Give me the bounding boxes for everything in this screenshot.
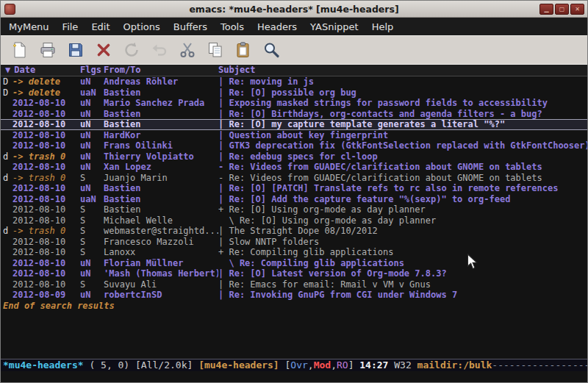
mode-line[interactable]: *mu4e-headers* ( 5, 0) [All/2.0k] [mu4e-… xyxy=(1,359,587,371)
close-button[interactable] xyxy=(90,38,118,62)
message-from: Bastien xyxy=(102,119,218,130)
menu-options[interactable]: Options xyxy=(117,19,167,35)
message-row[interactable]: 2012-08-10SSuvayu Ali| Re: Emacs for ema… xyxy=(1,279,587,290)
message-subject: | Re: [O] my capture template generates … xyxy=(218,119,587,130)
mark-char xyxy=(1,130,11,141)
menu-yasnippet[interactable]: YASnippet xyxy=(304,19,365,35)
message-flags: S xyxy=(79,173,102,184)
message-subject: - Re: Videos from GUADEC/clarification a… xyxy=(218,162,587,173)
minimize-button[interactable]: ▁ xyxy=(539,4,553,15)
copy-button[interactable] xyxy=(201,38,229,62)
modeline-segment: RO xyxy=(337,359,348,371)
message-from: HardKor xyxy=(102,130,218,141)
close-button[interactable]: ✕ xyxy=(570,4,584,15)
message-flags: uN xyxy=(79,130,102,141)
message-flags: uN xyxy=(79,151,102,162)
paste-button[interactable] xyxy=(229,38,257,62)
message-row[interactable]: 2012-08-10uNHardKor| Question about key … xyxy=(1,130,587,141)
message-row[interactable]: 2012-08-10uNBastien| Re: [O] [PATCH] Tra… xyxy=(1,183,587,194)
mark-char: d xyxy=(1,173,11,184)
column-header-from[interactable]: From/To xyxy=(102,65,218,76)
echo-area[interactable] xyxy=(1,371,587,382)
message-subject: | GTK3 deprecation fix (GtkFontSelection… xyxy=(218,140,587,151)
menu-mymenu[interactable]: MyMenu xyxy=(2,19,56,35)
window-title: emacs: *mu4e-headers* [mu4e-headers] xyxy=(1,4,587,15)
message-row[interactable]: 2012-08-10SBastien+ Re: [O] Using org-mo… xyxy=(1,204,587,215)
mark-char: D xyxy=(1,87,11,99)
message-row[interactable]: 2012-08-10SLanoxx+ Re: Compiling glib ap… xyxy=(1,247,587,258)
message-subject: | Re: [O] Add the capture feature "%(sex… xyxy=(218,194,587,205)
message-row[interactable]: 2012-08-10uNFlorian Müllner \ Re: Compil… xyxy=(1,258,587,269)
toolbar xyxy=(1,35,587,65)
message-date: -> trash 0 xyxy=(11,226,79,237)
message-date: 2012-08-10 xyxy=(11,194,79,205)
new-file-button[interactable] xyxy=(6,38,34,62)
message-from: Xan Lopez xyxy=(102,162,218,173)
title-bar: emacs: *mu4e-headers* [mu4e-headers] ▁▢✕ xyxy=(1,1,587,18)
message-row[interactable]: 2012-08-10uNBastien| Re: [O] my capture … xyxy=(1,119,587,130)
message-subject: \ Re: [O] Using org-mode as day planner xyxy=(218,215,587,226)
message-from: Francesco Mazzoli xyxy=(102,237,218,248)
message-row[interactable]: D-> deleteuNAndreas Röhler| Re: moving i… xyxy=(1,76,587,87)
message-row[interactable]: 2012-08-10uNXan Lopez- Re: Videos from G… xyxy=(1,162,587,173)
column-header-date[interactable]: ▼Date xyxy=(1,65,79,76)
message-date: -> trash 0 xyxy=(11,151,79,162)
message-row[interactable]: 2012-08-10SFrancesco Mazzoli| Slow NNTP … xyxy=(1,237,587,248)
cut-button[interactable] xyxy=(173,38,201,62)
menu-tools[interactable]: Tools xyxy=(214,19,251,35)
emacs-window: emacs: *mu4e-headers* [mu4e-headers] ▁▢✕… xyxy=(0,0,588,383)
modeline-segment: ----------------------------------------… xyxy=(492,359,587,371)
mouse-cursor-icon xyxy=(467,254,478,273)
message-date: 2012-08-10 xyxy=(11,237,79,248)
message-flags: uaN xyxy=(79,194,102,205)
message-row[interactable]: 2012-08-10uNBastien| Re: [O] Birthdays, … xyxy=(1,109,587,120)
message-flags: S xyxy=(79,204,102,215)
message-row[interactable]: 2012-08-10uNFrans Oilinki| GTK3 deprecat… xyxy=(1,140,587,151)
save-button[interactable] xyxy=(62,38,90,62)
column-header-subject[interactable]: Subject xyxy=(218,65,587,76)
message-date: 2012-08-10 xyxy=(11,109,79,120)
message-from: Juanjo Marin xyxy=(102,173,218,184)
message-flags: uN xyxy=(79,183,102,194)
message-subject: + Re: [O] Using org-mode as day planner xyxy=(218,204,587,215)
headers-header-line: ▼Date Flgs From/To Subject xyxy=(1,65,587,76)
message-row[interactable]: 2012-08-09uNrobertcInSD| Re: Invoking Gn… xyxy=(1,290,587,301)
undo-button xyxy=(146,38,173,62)
maximize-button[interactable]: ▢ xyxy=(555,4,569,15)
revert-buffer-button xyxy=(118,38,146,62)
menu-help[interactable]: Help xyxy=(365,19,401,35)
modeline-segment: , xyxy=(331,359,337,371)
message-subject: | Slow NNTP folders xyxy=(218,237,587,248)
message-row[interactable]: 2012-08-10uaNBastien| Re: [O] Add the ca… xyxy=(1,194,587,205)
undo-icon xyxy=(151,41,168,59)
message-flags: uN xyxy=(79,140,102,151)
menu-buffers[interactable]: Buffers xyxy=(167,19,214,35)
save-icon xyxy=(67,41,85,59)
print-icon xyxy=(39,41,57,59)
search-button[interactable] xyxy=(257,38,285,62)
message-date: 2012-08-10 xyxy=(11,204,79,215)
message-date: 2012-08-10 xyxy=(11,98,79,109)
message-row[interactable]: 2012-08-10SMichael Welle \ Re: [O] Using… xyxy=(1,215,587,226)
message-row[interactable]: 2012-08-10uN'Mash (Thomas Herbert)| Re: … xyxy=(1,268,587,279)
message-row[interactable]: d-> trash 0Swebmaster@straightd...| The … xyxy=(1,226,587,237)
print-button[interactable] xyxy=(34,38,62,62)
close-icon xyxy=(95,41,112,59)
message-subject: \ Re: Compiling glib applications xyxy=(218,258,587,269)
message-row[interactable]: 2012-08-10uNMario Sanchez Prada| Exposin… xyxy=(1,98,587,109)
message-from: Bastien xyxy=(102,194,218,205)
modeline-segment: , xyxy=(308,359,314,371)
menu-edit[interactable]: Edit xyxy=(85,19,116,35)
message-flags: uN xyxy=(79,109,102,120)
mark-char xyxy=(1,215,11,226)
message-row[interactable]: D-> deleteuaNBastien| Re: [O] possible o… xyxy=(1,87,587,99)
message-date: 2012-08-10 xyxy=(11,258,79,269)
message-subject: | The Straight Dope 08/10/2012 xyxy=(218,226,587,237)
menu-headers[interactable]: Headers xyxy=(251,19,304,35)
message-date: -> delete xyxy=(11,87,79,99)
column-header-flags[interactable]: Flgs xyxy=(79,65,102,76)
menu-file[interactable]: File xyxy=(56,19,85,35)
message-flags: uN xyxy=(79,119,102,130)
message-row[interactable]: d-> trash 0uNThierry Volpiatto| Re: edeb… xyxy=(1,151,587,162)
message-row[interactable]: d-> trash 0SJuanjo Marin- Re: Videos fro… xyxy=(1,173,587,184)
